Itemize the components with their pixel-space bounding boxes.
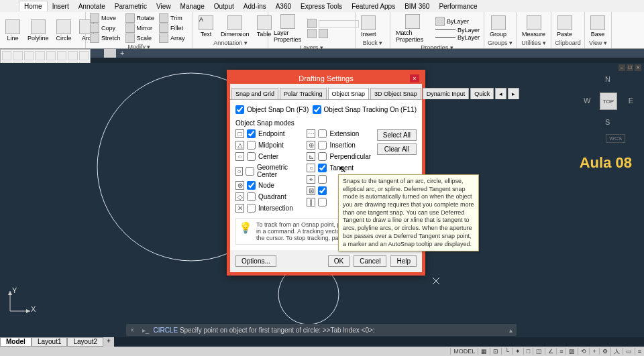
osnap-left-2[interactable]: ○Center xyxy=(235,152,300,161)
ribbon-tab-addins[interactable]: Add-ins xyxy=(239,1,271,11)
btn-fillet[interactable]: Fillet xyxy=(158,23,186,33)
osnap-track-check[interactable]: Object Snap Tracking On (F11) xyxy=(313,105,417,114)
draw-tool[interactable] xyxy=(68,51,77,60)
btn-polyline[interactable]: Polyline xyxy=(25,19,52,42)
help-button[interactable]: Help xyxy=(390,255,417,267)
layer-tool2-icon[interactable] xyxy=(319,29,328,38)
btn-stretch[interactable]: Stretch xyxy=(89,34,122,43)
panel-annotation-label[interactable]: Annotation ▾ xyxy=(196,39,265,47)
options-button[interactable]: Options... xyxy=(235,255,276,267)
ribbon-tab-home[interactable]: Home xyxy=(19,1,48,11)
tab-polar[interactable]: Polar Tracking xyxy=(280,88,327,99)
osnap-right-2[interactable]: ⊾Perpendicular xyxy=(307,152,371,161)
layout-tab-layout2[interactable]: Layout2 xyxy=(67,337,103,347)
tab-dyn-input[interactable]: Dynamic Input xyxy=(423,88,470,99)
compass-e[interactable]: E xyxy=(629,97,633,105)
clear-all-button[interactable]: Clear All xyxy=(377,143,417,155)
ok-button[interactable]: OK xyxy=(328,255,350,267)
status-model[interactable]: MODEL xyxy=(450,348,478,355)
btn-paste[interactable]: Paste xyxy=(554,15,575,38)
doc-maximize-icon[interactable]: □ xyxy=(627,64,633,71)
tab-object-snap[interactable]: Object Snap xyxy=(328,88,370,99)
osnap-left-3[interactable]: ○Geometric Center xyxy=(235,164,300,178)
doc-close-icon[interactable]: × xyxy=(635,64,641,71)
status-snap-icon[interactable]: ⊡ xyxy=(490,348,501,355)
status-lwt-icon[interactable]: ≡ xyxy=(556,348,566,355)
panel-block-label[interactable]: Block ▾ xyxy=(358,39,387,47)
cancel-button[interactable]: Cancel xyxy=(354,255,386,267)
draw-tool[interactable] xyxy=(46,51,56,60)
status-3dosnap-icon[interactable]: ◫ xyxy=(533,348,545,355)
ribbon-tab-performance[interactable]: Performance xyxy=(434,1,482,11)
btn-move[interactable]: Move xyxy=(89,13,122,23)
osnap-left-4[interactable]: ⊗Node xyxy=(235,181,300,190)
doc-tab[interactable] xyxy=(104,49,116,58)
btn-circle[interactable]: Circle xyxy=(54,19,74,42)
viewcube-top[interactable]: TOP xyxy=(600,93,617,110)
status-cleanscreen-icon[interactable]: ▭ xyxy=(623,348,635,355)
compass-w[interactable]: W xyxy=(584,97,590,105)
btn-layer-properties[interactable]: Layer Properties xyxy=(271,13,304,44)
ribbon-tab-a360[interactable]: A360 xyxy=(271,1,296,11)
ribbon-tab-view[interactable]: View xyxy=(152,1,176,11)
prop-lineweight[interactable]: ByLayer xyxy=(434,27,481,34)
osnap-right-1[interactable]: ⊕Insertion xyxy=(307,141,371,150)
btn-match-properties[interactable]: Match Properties xyxy=(393,13,432,44)
ribbon-tab-annotate[interactable]: Annotate xyxy=(74,1,110,11)
ribbon-tab-featured[interactable]: Featured Apps xyxy=(347,1,400,11)
btn-array[interactable]: Array xyxy=(158,34,186,43)
draw-tool[interactable] xyxy=(57,51,66,60)
status-osnap-icon[interactable]: □ xyxy=(523,348,533,355)
layer-tool-icon[interactable] xyxy=(307,29,317,38)
status-otrack-icon[interactable]: ∠ xyxy=(545,348,556,355)
btn-scale[interactable]: Scale xyxy=(124,34,156,43)
panel-layers-label[interactable]: Layers ▾ xyxy=(271,44,352,52)
btn-group[interactable]: Group xyxy=(487,15,509,38)
tab-scroll-left[interactable]: ◂ xyxy=(495,88,506,99)
prop-linetype[interactable]: ByLayer xyxy=(434,34,481,41)
doc-new-tab[interactable]: + xyxy=(116,49,128,58)
tab-snap-grid[interactable]: Snap and Grid xyxy=(231,88,278,99)
btn-insert-block[interactable]: Insert xyxy=(358,15,379,38)
draw-tool[interactable] xyxy=(24,51,34,60)
tab-3d-osnap[interactable]: 3D Object Snap xyxy=(370,88,421,99)
status-cycling-icon[interactable]: ⟲ xyxy=(578,348,589,355)
osnap-left-5[interactable]: ◇Quadrant xyxy=(235,192,300,201)
layout-tab-model[interactable]: Model xyxy=(0,337,32,347)
prop-color[interactable]: ByLayer xyxy=(434,17,481,26)
layout-tab-layout1[interactable]: Layout1 xyxy=(32,337,68,347)
osnap-on-check[interactable]: Object Snap On (F3) xyxy=(235,105,309,114)
doc-minimize-icon[interactable]: – xyxy=(619,64,625,71)
select-all-button[interactable]: Select All xyxy=(377,129,417,141)
osnap-right-0[interactable]: ⋯Extension xyxy=(307,129,371,138)
compass-n[interactable]: N xyxy=(605,75,610,83)
ribbon-tab-output[interactable]: Output xyxy=(209,1,239,11)
panel-utilities-label[interactable]: Utilities ▾ xyxy=(519,39,548,47)
status-grid-icon[interactable]: ▦ xyxy=(478,348,490,355)
btn-copy[interactable]: Copy xyxy=(89,23,122,33)
panel-groups-label[interactable]: Groups ▾ xyxy=(487,39,513,47)
ribbon-tab-bim360[interactable]: BIM 360 xyxy=(400,1,434,11)
panel-properties-label[interactable]: Properties ▾ xyxy=(393,44,481,52)
btn-text[interactable]: AText xyxy=(196,15,216,38)
tab-scroll-right[interactable]: ▸ xyxy=(508,88,519,99)
osnap-left-1[interactable]: △Midpoint xyxy=(235,141,300,150)
draw-tool[interactable] xyxy=(79,51,89,60)
osnap-left-0[interactable]: □Endpoint xyxy=(235,129,300,138)
draw-tool[interactable] xyxy=(35,51,44,60)
compass-s[interactable]: S xyxy=(605,118,610,126)
wcs-label[interactable]: WCS xyxy=(606,134,625,143)
btn-base[interactable]: Base xyxy=(588,15,608,38)
btn-trim[interactable]: Trim xyxy=(158,13,186,23)
status-annomonitor-icon[interactable]: + xyxy=(589,348,598,355)
cmd-close-icon[interactable]: × xyxy=(126,327,138,334)
cmd-menu-icon[interactable]: ▴ xyxy=(505,327,517,334)
btn-measure[interactable]: Measure xyxy=(519,15,548,38)
status-transparency-icon[interactable]: ▨ xyxy=(566,348,578,355)
ribbon-tab-parametric[interactable]: Parametric xyxy=(110,1,152,11)
layer-dropdown[interactable] xyxy=(306,19,360,28)
btn-dimension[interactable]: Dimension xyxy=(218,15,252,38)
panel-view-label[interactable]: View ▾ xyxy=(588,39,608,47)
viewcube[interactable]: N E S W TOP xyxy=(581,74,635,127)
status-workspace-icon[interactable]: ⚙ xyxy=(599,348,610,355)
